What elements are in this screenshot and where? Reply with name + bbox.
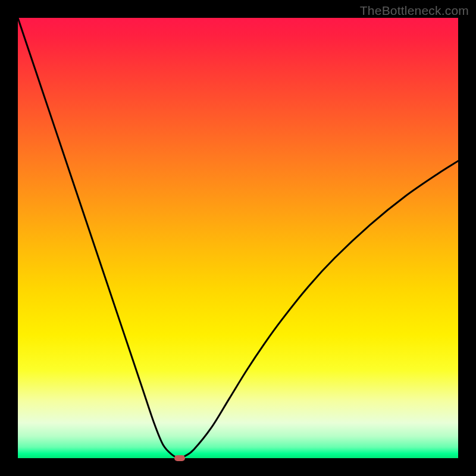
plot-area xyxy=(18,18,458,458)
optimal-point-marker xyxy=(174,455,185,461)
watermark-text: TheBottleneck.com xyxy=(360,4,469,18)
bottleneck-curve xyxy=(18,18,458,458)
chart-frame: TheBottleneck.com xyxy=(0,0,476,476)
